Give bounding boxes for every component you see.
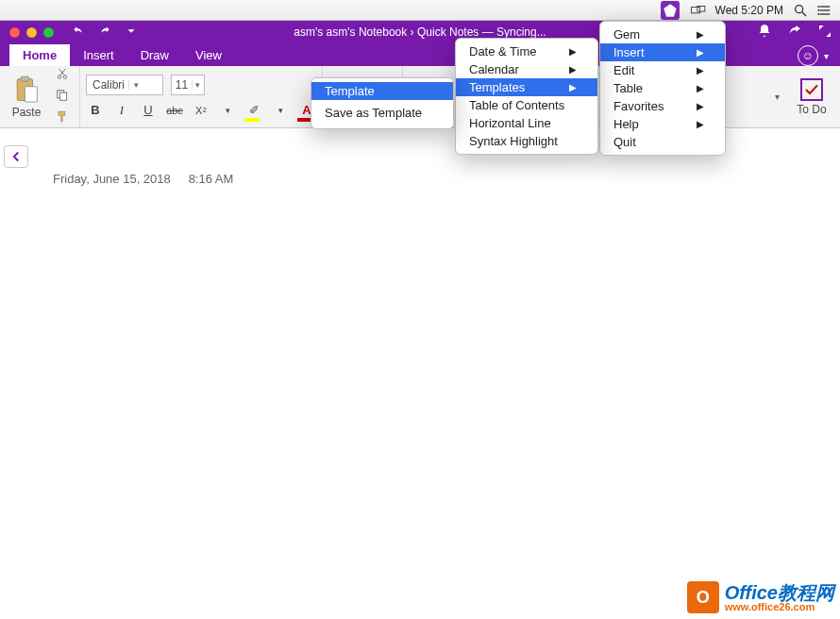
format-painter-icon[interactable] (55, 110, 70, 126)
close-window-button[interactable] (9, 27, 20, 38)
todo-tag-button[interactable]: To Do (789, 78, 834, 116)
copy-icon[interactable] (55, 89, 70, 105)
insert-submenu: Date & Time▶ Calendar▶ Templates▶ Table … (455, 38, 598, 155)
menu-item-help[interactable]: Help▶ (600, 115, 725, 133)
svg-line-17 (59, 69, 65, 75)
menu-item-syntax-highlight[interactable]: Syntax Highlight (456, 132, 597, 150)
subscript-button[interactable]: X2 (192, 101, 210, 120)
svg-rect-1 (691, 7, 699, 12)
todo-label: To Do (797, 103, 826, 116)
menu-item-quit[interactable]: Quit (600, 133, 725, 151)
svg-point-10 (817, 13, 819, 15)
highlight-button[interactable]: ✐ (244, 101, 263, 120)
more-font-dropdown-icon[interactable]: ▾ (218, 101, 237, 120)
window-controls (0, 27, 63, 38)
bold-button[interactable]: B (86, 101, 105, 120)
templates-submenu: Template Save as Template (311, 77, 454, 129)
feedback-smile-icon[interactable]: ☺ (798, 45, 818, 66)
ribbon-menu-chevron-icon[interactable]: ▾ (824, 51, 829, 61)
menu-item-insert[interactable]: Insert▶ (600, 43, 725, 61)
svg-point-9 (817, 9, 819, 11)
watermark: O Office教程网 www.office26.com (687, 581, 834, 613)
tab-view[interactable]: View (182, 44, 235, 66)
menu-item-templates[interactable]: Templates▶ (456, 78, 597, 96)
toolbar-dropdown-icon[interactable] (124, 25, 139, 41)
strikethrough-button[interactable]: abc (165, 101, 184, 120)
menu-item-horizontal-line[interactable]: Horizontal Line (456, 114, 597, 132)
paste-label: Paste (12, 106, 42, 119)
menu-item-template[interactable]: Template (311, 82, 453, 100)
italic-button[interactable]: I (112, 101, 131, 120)
menu-item-save-as-template[interactable]: Save as Template (311, 100, 453, 125)
tab-draw[interactable]: Draw (127, 44, 182, 66)
redo-button[interactable] (97, 25, 112, 41)
displays-icon[interactable] (691, 3, 706, 18)
underline-button[interactable]: U (139, 101, 158, 120)
font-size-selector[interactable]: 11▾ (171, 75, 205, 95)
highlight-dropdown-icon[interactable]: ▾ (271, 101, 290, 120)
share-icon[interactable] (787, 24, 802, 42)
menubar-clock: Wed 5:20 PM (715, 4, 783, 17)
menu-item-date-time[interactable]: Date & Time▶ (456, 42, 597, 60)
watermark-url: www.office26.com (725, 602, 834, 612)
cut-icon[interactable] (55, 67, 70, 83)
menu-item-table[interactable]: Table▶ (600, 79, 725, 97)
menu-item-favorites[interactable]: Favorites▶ (600, 97, 725, 115)
font-selector[interactable]: Calibri▾ (86, 75, 163, 95)
gem-app-menu: Gem▶ Insert▶ Edit▶ Table▶ Favorites▶ Hel… (599, 21, 726, 156)
svg-rect-13 (25, 86, 37, 101)
paste-button[interactable]: Paste (6, 75, 47, 119)
window-title: asm's asm's Notebook › Quick Notes — Syn… (294, 25, 546, 39)
svg-line-4 (802, 12, 806, 16)
svg-point-14 (58, 75, 61, 79)
gem-menubar-icon[interactable] (661, 1, 680, 20)
svg-line-16 (60, 69, 66, 75)
back-button[interactable] (4, 145, 28, 168)
watermark-brand: Office教程网 (725, 583, 834, 602)
svg-marker-0 (664, 4, 676, 16)
svg-rect-12 (21, 76, 28, 81)
undo-button[interactable] (71, 25, 86, 41)
spotlight-icon[interactable] (793, 3, 808, 18)
menu-item-toc[interactable]: Table of Contents (456, 96, 597, 114)
tab-home[interactable]: Home (9, 44, 70, 66)
svg-rect-19 (60, 92, 67, 100)
tab-insert[interactable]: Insert (70, 44, 127, 66)
menu-item-gem[interactable]: Gem▶ (600, 25, 725, 43)
menu-item-edit[interactable]: Edit▶ (600, 61, 725, 79)
svg-point-3 (796, 5, 803, 12)
zoom-window-button[interactable] (43, 27, 54, 38)
svg-point-8 (817, 6, 819, 8)
note-date: Friday, June 15, 2018 (53, 172, 185, 186)
menu-item-calendar[interactable]: Calendar▶ (456, 60, 597, 78)
minimize-window-button[interactable] (26, 27, 37, 38)
watermark-logo-icon: O (687, 581, 719, 613)
svg-rect-21 (60, 115, 62, 122)
notifications-icon[interactable] (757, 24, 772, 42)
tags-dropdown-icon[interactable]: ▾ (769, 92, 785, 102)
svg-point-15 (63, 75, 67, 79)
note-time: 8:16 AM (189, 172, 234, 186)
notification-center-icon[interactable] (817, 3, 832, 18)
mac-menu-bar: Wed 5:20 PM (0, 0, 840, 21)
svg-rect-20 (59, 111, 65, 115)
fullscreen-icon[interactable] (817, 24, 832, 42)
quick-access-toolbar (71, 25, 139, 41)
